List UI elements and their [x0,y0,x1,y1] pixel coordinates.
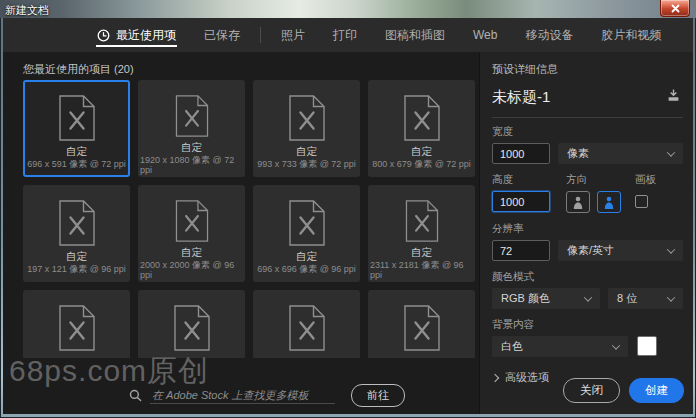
tab-item-1[interactable]: 已保存 [190,18,254,52]
tab-label: 图稿和插图 [385,27,445,44]
dialog-body: 最近使用项 已保存 照片 打印 图稿和插图 Web 移动设备 胶片和视频 您最近… [3,18,693,414]
tab-item-4[interactable]: 图稿和插图 [371,18,459,52]
orientation-portrait-button[interactable] [566,191,590,213]
orientation-buttons [566,191,621,213]
recent-item-card[interactable] [23,290,130,358]
chevron-down-icon [584,293,592,301]
blank-document-icon [289,200,325,246]
recent-item-card[interactable]: 自定 1920 x 1080 像素 @ 72 ppi [138,80,245,177]
tab-bar: 最近使用项 已保存 照片 打印 图稿和插图 Web 移动设备 胶片和视频 [3,18,693,52]
blank-document-icon [174,95,210,137]
recent-item-card[interactable]: 自定 800 x 679 像素 @ 72 ppi [368,80,475,177]
chevron-right-icon [491,373,499,381]
recent-item-spec: 2311 x 2181 像素 @ 96 ppi [370,260,473,280]
resolution-unit-dropdown[interactable]: 像素/英寸 [558,240,683,261]
height-label: 高度 [492,173,558,187]
clock-icon [97,29,110,42]
tab-label: 最近使用项 [116,27,176,44]
chevron-down-icon [667,245,675,253]
tab-label: 已保存 [204,27,240,44]
recent-pane: 您最近使用的项目 (20) 自定 696 x 591 像素 @ 72 ppi 自… [3,52,479,414]
recent-items-header: 您最近使用的项目 (20) [23,62,479,77]
color-mode-dropdown[interactable]: RGB 颜色 [492,288,600,309]
tab-label: 打印 [333,27,357,44]
tab-label: 移动设备 [525,27,573,44]
recent-item-title: 自定 [66,251,87,262]
width-row: 像素 [492,143,683,164]
go-button[interactable]: 前往 [351,384,405,407]
blank-document-icon [404,200,440,242]
recent-item-title: 自定 [296,251,317,262]
tab-web[interactable]: Web [459,18,511,52]
tab-label: Web [473,28,497,42]
save-preset-icon[interactable] [664,86,683,108]
blank-document-icon [59,95,95,141]
chevron-down-icon [667,293,675,301]
chevron-down-icon [612,341,620,349]
new-document-dialog-window: 新建文档 最近使用项 已保存 照片 打印 图稿和插图 Web 移动设备 胶片和视… [0,0,696,418]
background-dropdown[interactable]: 白色 [492,336,628,357]
preset-details-header: 预设详细信息 [492,62,683,77]
width-unit-dropdown[interactable]: 像素 [558,143,683,164]
recent-item-card[interactable]: 自定 696 x 696 像素 @ 96 ppi [253,185,360,282]
width-input[interactable] [492,143,550,164]
resolution-label: 分辨率 [492,222,683,236]
recent-item-card[interactable] [368,290,475,358]
blank-document-icon [289,95,325,141]
recent-item-title: 自定 [181,247,202,258]
divider [492,117,683,118]
chevron-down-icon [667,148,675,156]
tab-item-6[interactable]: 移动设备 [511,18,587,52]
recent-item-card[interactable]: 自定 2311 x 2181 像素 @ 96 ppi [368,185,475,282]
recent-item-spec: 197 x 121 像素 @ 96 ppi [27,264,126,274]
recent-item-title: 自定 [411,247,432,258]
recent-item-title: 自定 [181,142,202,153]
create-button[interactable]: 创建 [629,378,684,403]
recent-item-spec: 1920 x 1080 像素 @ 72 ppi [140,155,243,175]
blank-document-icon [59,305,95,351]
background-value: 白色 [501,339,523,354]
color-mode-value: RGB 颜色 [501,291,550,306]
resolution-input[interactable] [492,240,550,261]
recent-item-card[interactable]: 自定 993 x 733 像素 @ 72 ppi [253,80,360,177]
recent-item-spec: 993 x 733 像素 @ 72 ppi [257,159,356,169]
tab-item-7[interactable]: 胶片和视频 [587,18,675,52]
recent-item-title: 自定 [296,146,317,157]
advanced-options-label: 高级选项 [505,370,549,385]
blank-document-icon [59,200,95,246]
height-orientation-row: 高度 方向 [492,173,683,213]
resolution-unit-value: 像素/英寸 [567,243,614,258]
tab-item-2[interactable]: 照片 [267,18,319,52]
footer-buttons: 关闭 创建 [563,378,684,403]
document-name-row: 未标题-1 [492,86,683,108]
recent-items-grid: 自定 696 x 591 像素 @ 72 ppi 自定 1920 x 1080 … [23,80,475,358]
recent-item-title: 自定 [66,146,87,157]
recent-item-card[interactable]: 自定 696 x 591 像素 @ 72 ppi [23,80,130,177]
tab-item-0[interactable]: 最近使用项 [83,18,190,52]
recent-item-spec: 696 x 696 像素 @ 96 ppi [257,264,356,274]
portrait-icon [572,195,584,210]
recent-item-card[interactable] [138,290,245,358]
background-color-swatch[interactable] [637,336,657,356]
orientation-landscape-button[interactable] [597,191,621,213]
recent-item-card[interactable]: 自定 2000 x 2000 像素 @ 96 ppi [138,185,245,282]
bit-depth-dropdown[interactable]: 8 位 [608,288,683,309]
recent-item-card[interactable] [253,290,360,358]
close-icon [671,4,680,13]
stock-search-input[interactable] [150,387,335,404]
landscape-icon [603,195,615,210]
resolution-row: 像素/英寸 [492,240,683,261]
close-button[interactable]: 关闭 [563,378,620,403]
content-row: 您最近使用的项目 (20) 自定 696 x 591 像素 @ 72 ppi 自… [3,52,693,414]
recent-item-card[interactable]: 自定 197 x 121 像素 @ 96 ppi [23,185,130,282]
artboard-label: 画板 [635,173,656,187]
tab-label: 照片 [281,27,305,44]
artboard-checkbox[interactable] [635,195,648,208]
blank-document-icon [404,95,440,141]
width-label: 宽度 [492,125,683,139]
tab-item-3[interactable]: 打印 [319,18,371,52]
height-input[interactable] [492,191,550,212]
document-name[interactable]: 未标题-1 [492,88,664,107]
blank-document-icon [174,305,210,351]
window-close-button[interactable] [660,0,690,17]
